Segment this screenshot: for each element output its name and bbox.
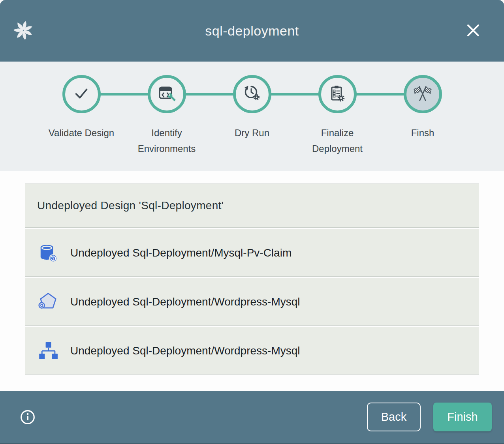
results-area: Undeployed Design 'Sql-Deployment' ? Und…: [0, 171, 504, 391]
step-label: Finalize Deployment: [295, 125, 380, 157]
result-row-wordpress-mysql-tree: Undeployed Sql-Deployment/Wordpress-Mysq…: [25, 327, 479, 375]
check-icon: [72, 84, 90, 104]
step-circle: [62, 75, 101, 113]
close-icon: [465, 22, 481, 39]
close-button[interactable]: [465, 22, 482, 39]
step-circle: [148, 75, 186, 113]
step-label: Finsh: [411, 125, 434, 141]
step-circle: [404, 75, 442, 113]
result-row-design: Undeployed Design 'Sql-Deployment': [25, 184, 479, 228]
footer-bar: Back Finish: [0, 391, 504, 444]
title-bar: sql-deployment: [0, 0, 504, 62]
pod-icon: [37, 291, 59, 313]
rerun-settings-icon: [243, 84, 261, 105]
result-text: Undeployed Sql-Deployment/Wordpress-Mysq…: [70, 296, 300, 308]
result-text: Undeployed Design 'Sql-Deployment': [37, 199, 224, 212]
deployment-wizard-dialog: sql-deployment Validate Desi: [0, 0, 504, 444]
results-panel: Undeployed Design 'Sql-Deployment' ? Und…: [25, 184, 479, 375]
step-label: Identify Environments: [124, 125, 209, 157]
step-circle: [233, 75, 271, 113]
pinwheel-logo: [13, 20, 34, 41]
step-finish: Finsh: [380, 75, 465, 157]
result-row-wordpress-mysql-pod: Undeployed Sql-Deployment/Wordpress-Mysq…: [25, 278, 479, 326]
database-icon: ?: [37, 242, 59, 264]
svg-text:?: ?: [52, 256, 55, 260]
step-circle: [318, 75, 357, 113]
step-label: Validate Design: [49, 125, 114, 141]
step-dry-run: Dry Run: [209, 75, 295, 157]
step-finalize-deployment: Finalize Deployment: [295, 75, 380, 157]
wizard-stepper: Validate Design Ide: [0, 62, 504, 171]
page-title: sql-deployment: [205, 23, 299, 39]
code-window-wrench-icon: [157, 84, 176, 105]
checkered-flags-icon: [413, 84, 433, 105]
step-label: Dry Run: [235, 125, 269, 141]
result-text: Undeployed Sql-Deployment/Mysql-Pv-Claim: [70, 247, 291, 259]
result-text: Undeployed Sql-Deployment/Wordpress-Mysq…: [70, 345, 300, 357]
step-validate-design: Validate Design: [39, 75, 124, 157]
result-row-mysql-pv-claim: ? Undeployed Sql-Deployment/Mysql-Pv-Cla…: [25, 229, 479, 277]
hierarchy-icon: [37, 340, 59, 362]
finish-button[interactable]: Finish: [433, 403, 492, 431]
back-button[interactable]: Back: [367, 403, 421, 431]
info-icon: [20, 420, 36, 426]
clipboard-settings-icon: [328, 84, 347, 105]
step-identify-environments: Identify Environments: [124, 75, 209, 157]
info-button[interactable]: [20, 409, 36, 425]
